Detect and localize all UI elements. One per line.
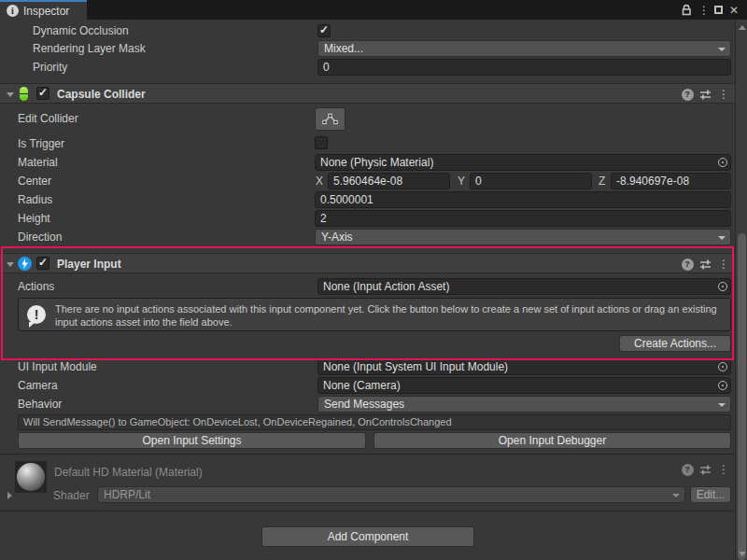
foldout-arrow-icon[interactable] — [7, 492, 12, 499]
axis-x-label: X — [316, 174, 323, 189]
tab-inspector[interactable]: i Inspector — [0, 0, 87, 20]
maximize-icon[interactable] — [712, 0, 725, 20]
kebab-menu-icon[interactable]: ⋮ — [717, 258, 730, 271]
kebab-menu-icon[interactable]: ⋮ — [717, 88, 730, 101]
physic-material-value: None (Physic Material) — [320, 156, 433, 169]
scroll-down-icon[interactable] — [739, 552, 746, 556]
actions-label: Actions — [18, 279, 54, 294]
capsule-collider-title: Capsule Collider — [57, 88, 146, 101]
unlock-icon[interactable] — [679, 0, 694, 20]
add-component-button[interactable]: Add Component — [261, 526, 474, 547]
kebab-menu-icon[interactable]: ⋮ — [717, 463, 730, 476]
help-glyph: ? — [682, 89, 694, 101]
ui-input-module-label: UI Input Module — [18, 359, 97, 374]
behavior-dropdown[interactable]: Send Messages — [317, 396, 731, 413]
help-icon[interactable]: ? — [681, 258, 694, 271]
is-trigger-label: Is Trigger — [18, 136, 64, 151]
height-label: Height — [18, 211, 50, 226]
edit-collider-icon — [322, 113, 338, 125]
center-y-field[interactable]: 0 — [470, 173, 592, 189]
axis-y-label: Y — [458, 174, 465, 189]
camera-object-field[interactable]: None (Camera) — [317, 377, 731, 394]
chevron-down-icon — [672, 494, 680, 497]
center-label: Center — [18, 174, 51, 189]
dynamic-occlusion-label: Dynamic Occlusion — [33, 23, 129, 38]
radius-label: Radius — [18, 192, 52, 207]
foldout-arrow-icon[interactable] — [7, 92, 14, 97]
scrollbar-thumb[interactable] — [738, 233, 746, 560]
is-trigger-checkbox[interactable] — [315, 136, 328, 149]
shader-label: Shader — [53, 488, 90, 503]
behavior-value: Send Messages — [324, 398, 404, 411]
presets-icon[interactable] — [698, 88, 712, 101]
camera-label: Camera — [18, 378, 58, 393]
center-x-field[interactable]: 5.960464e-08 — [328, 173, 450, 189]
material-preview — [15, 461, 47, 493]
titlebar: i Inspector ⋮ ✕ — [0, 0, 747, 20]
send-message-info: Will SendMessage() to GameObject: OnDevi… — [18, 414, 731, 430]
maximize-box — [714, 6, 723, 14]
help-icon[interactable]: ? — [681, 463, 694, 476]
help-icon[interactable]: ? — [681, 88, 694, 101]
capsule-collider-icon — [20, 87, 28, 101]
open-input-settings-button[interactable]: Open Input Settings — [18, 432, 366, 449]
radius-field[interactable]: 0.5000001 — [315, 191, 731, 208]
object-picker-icon[interactable] — [718, 362, 727, 371]
warning-icon: ! — [27, 305, 46, 324]
foldout-arrow-icon[interactable] — [7, 262, 14, 267]
tab-label: Inspector — [23, 5, 69, 18]
shader-value: HDRP/Lit — [104, 488, 150, 501]
priority-field[interactable]: 0 — [317, 59, 731, 76]
priority-label: Priority — [33, 60, 67, 75]
no-actions-warning-text: There are no input actions associated wi… — [55, 302, 720, 329]
rendering-layer-mask-label: Rendering Layer Mask — [33, 41, 146, 56]
create-actions-button[interactable]: Create Actions... — [619, 335, 731, 352]
no-actions-helpbox: ! There are no input actions associated … — [18, 298, 731, 331]
player-input-header[interactable]: Player Input ? ⋮ — [0, 253, 735, 273]
capsule-collider-enabled-checkbox[interactable] — [36, 87, 49, 100]
open-input-debugger-button[interactable]: Open Input Debugger — [374, 432, 731, 449]
edit-collider-button[interactable] — [315, 107, 345, 131]
height-field[interactable]: 2 — [315, 210, 731, 227]
object-picker-icon[interactable] — [718, 381, 727, 390]
behavior-label: Behavior — [18, 397, 62, 412]
close-icon[interactable]: ✕ — [727, 0, 740, 20]
presets-icon[interactable] — [698, 463, 712, 476]
chevron-down-icon — [718, 48, 726, 51]
player-input-icon — [18, 257, 32, 271]
edit-collider-label: Edit Collider — [18, 111, 78, 126]
help-glyph: ? — [682, 259, 694, 271]
center-z-field[interactable]: -8.940697e-08 — [611, 173, 731, 189]
rendering-layer-mask-dropdown[interactable]: Mixed... — [317, 40, 731, 57]
help-glyph: ? — [682, 464, 694, 476]
dynamic-occlusion-checkbox[interactable] — [317, 24, 331, 37]
info-icon: i — [7, 5, 19, 17]
ui-input-module-object-field[interactable]: None (Input System UI Input Module) — [317, 358, 731, 375]
player-input-enabled-checkbox[interactable] — [36, 257, 49, 270]
chevron-down-icon — [718, 236, 726, 240]
material-label: Material — [18, 155, 58, 170]
object-picker-icon[interactable] — [718, 158, 727, 167]
actions-object-field[interactable]: None (Input Action Asset) — [317, 278, 731, 295]
direction-label: Direction — [18, 230, 62, 245]
kebab-menu-icon[interactable]: ⋮ — [698, 0, 710, 20]
presets-icon[interactable] — [698, 258, 712, 271]
player-input-title: Player Input — [57, 258, 121, 271]
unity-inspector-window: i Inspector ⋮ ✕ Dynamic Occlusion Render… — [0, 0, 747, 560]
chevron-down-icon — [718, 403, 726, 407]
vertical-scrollbar[interactable] — [735, 20, 747, 560]
shader-dropdown: HDRP/Lit — [97, 486, 685, 503]
capsule-collider-header[interactable]: Capsule Collider ? ⋮ — [0, 83, 735, 104]
camera-value: None (Camera) — [323, 379, 401, 392]
direction-dropdown[interactable]: Y-Axis — [315, 229, 731, 245]
axis-z-label: Z — [599, 174, 605, 189]
material-sphere-icon — [17, 463, 45, 491]
physic-material-object-field[interactable]: None (Physic Material) — [315, 154, 731, 171]
scroll-up-icon[interactable] — [739, 25, 746, 30]
actions-value: None (Input Action Asset) — [323, 280, 449, 293]
material-title: Default HD Material (Material) — [54, 465, 203, 480]
object-picker-icon[interactable] — [718, 282, 727, 291]
rendering-layer-mask-value: Mixed... — [324, 42, 363, 55]
direction-value: Y-Axis — [321, 231, 353, 244]
shader-edit-button[interactable]: Edit... — [690, 486, 731, 503]
